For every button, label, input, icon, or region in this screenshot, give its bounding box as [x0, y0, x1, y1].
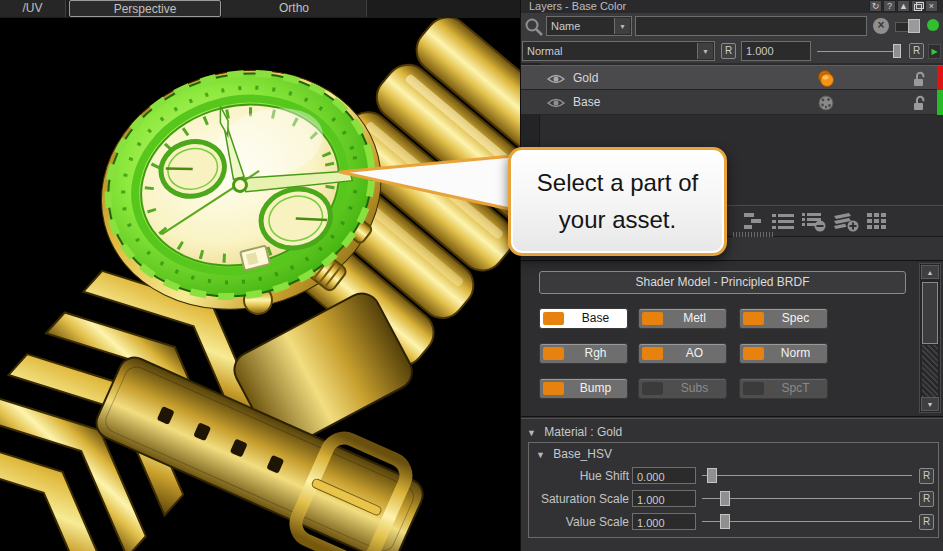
- channel-button-bump[interactable]: Bump: [539, 378, 628, 399]
- channel-button-subs[interactable]: Subs: [638, 378, 727, 399]
- layer-name: Gold: [573, 71, 598, 85]
- tooltip-text-line1: Select a part of: [511, 164, 724, 201]
- restore-icon[interactable]: [911, 0, 924, 12]
- tooltip-pointer: [338, 152, 518, 214]
- hue-shift-field[interactable]: 0.000: [632, 467, 696, 484]
- sync-icon[interactable]: ↻: [869, 0, 882, 12]
- layer-row-gold[interactable]: Gold: [521, 65, 943, 90]
- opacity-slider-handle[interactable]: [893, 44, 901, 58]
- scrollbar-track[interactable]: [922, 345, 938, 397]
- chevron-down-icon[interactable]: ▼: [697, 43, 713, 59]
- search-input[interactable]: [635, 16, 867, 36]
- base-hsv-group: ▼ Base_HSV Hue Shift 0.000 R Saturation …: [528, 442, 939, 538]
- scroll-up-icon[interactable]: ▲: [921, 265, 939, 279]
- visibility-eye-icon[interactable]: [547, 97, 565, 109]
- channel-swatch: [543, 382, 564, 395]
- layer-color-tag[interactable]: [937, 66, 943, 91]
- tab-uv[interactable]: /UV: [0, 0, 66, 17]
- channel-button-base[interactable]: Base: [539, 308, 628, 329]
- layer-name: Base: [573, 95, 600, 109]
- collapse-triangle-icon[interactable]: ▼: [527, 428, 536, 438]
- channel-swatch: [642, 347, 663, 360]
- saturation-scale-slider-handle[interactable]: [720, 491, 730, 506]
- channel-swatch: [642, 312, 663, 325]
- value-scale-slider-handle[interactable]: [720, 514, 730, 529]
- palette-icon: [816, 93, 836, 113]
- play-icon[interactable]: ▶: [928, 44, 941, 59]
- tab-perspective[interactable]: Perspective: [69, 0, 221, 17]
- viewport-3d[interactable]: [0, 18, 520, 551]
- scrollbar-thumb[interactable]: [922, 282, 938, 344]
- layer-color-tag[interactable]: [937, 90, 943, 115]
- opacity-value-field[interactable]: 1.000: [741, 41, 811, 61]
- saturation-scale-reset-button[interactable]: R: [919, 491, 934, 507]
- channel-button-norm[interactable]: Norm: [739, 343, 828, 364]
- param-label: Saturation Scale: [529, 492, 629, 506]
- scroll-down-icon[interactable]: ▼: [921, 397, 939, 411]
- channel-swatch: [743, 312, 764, 325]
- tab-ortho[interactable]: Ortho: [222, 0, 367, 17]
- application-window: /UV Perspective Ortho: [0, 0, 943, 551]
- param-label: Value Scale: [529, 515, 629, 529]
- channel-swatch: [642, 382, 663, 395]
- layers-panel: Layers - Base Color ↻ ? ▲ × Name ▼ ×: [520, 0, 943, 551]
- collapse-triangle-icon[interactable]: ▼: [536, 450, 545, 460]
- tooltip-callout: Select a part of your asset.: [508, 147, 727, 256]
- channel-button-spec[interactable]: Spec: [739, 308, 828, 329]
- toggle-knob[interactable]: [908, 19, 920, 33]
- search-icon: [524, 17, 544, 37]
- material-sphere-icon: [816, 69, 836, 89]
- scrub-ticks: [733, 232, 773, 237]
- search-filter-select[interactable]: Name ▼: [546, 16, 632, 36]
- tooltip-text-line2: your asset.: [511, 201, 724, 238]
- saturation-scale-slider[interactable]: [702, 498, 912, 499]
- shader-model-header[interactable]: Shader Model - Principled BRDF: [539, 271, 906, 294]
- value-scale-field[interactable]: 1.000: [632, 513, 696, 530]
- shader-section: Shader Model - Principled BRDF Base Metl…: [521, 260, 943, 417]
- hue-shift-slider[interactable]: [702, 475, 912, 476]
- opacity-slider[interactable]: [817, 51, 901, 52]
- hue-shift-slider-handle[interactable]: [707, 468, 717, 483]
- remove-layer-icon[interactable]: [802, 212, 828, 232]
- list-icon[interactable]: [772, 212, 796, 230]
- param-label: Hue Shift: [529, 469, 629, 483]
- panel-title: Layers - Base Color: [529, 0, 626, 12]
- filter-toggle[interactable]: [895, 22, 919, 32]
- add-layer-icon[interactable]: [833, 212, 861, 232]
- value-scale-reset-button[interactable]: R: [919, 514, 934, 530]
- chevron-down-icon[interactable]: ▼: [614, 18, 630, 34]
- saturation-scale-row: Saturation Scale 1.000 R: [529, 490, 938, 507]
- channel-swatch: [743, 382, 764, 395]
- channel-button-ao[interactable]: AO: [638, 343, 727, 364]
- value-scale-row: Value Scale 1.000 R: [529, 513, 938, 530]
- hue-shift-row: Hue Shift 0.000 R: [529, 467, 938, 484]
- channel-swatch: [543, 312, 564, 325]
- channel-button-spct[interactable]: SpcT: [739, 378, 828, 399]
- watch-3d-model[interactable]: [0, 18, 520, 551]
- material-section: ▼ Material : Gold ▼ Base_HSV Hue Shift 0…: [521, 418, 943, 551]
- grid-view-icon[interactable]: [867, 212, 887, 230]
- material-header[interactable]: ▼ Material : Gold: [527, 425, 622, 439]
- channel-button-rgh[interactable]: Rgh: [539, 343, 628, 364]
- base-hsv-header[interactable]: ▼ Base_HSV: [536, 447, 612, 461]
- opacity-reset-button[interactable]: R: [909, 43, 924, 59]
- unlock-icon[interactable]: [911, 71, 929, 87]
- help-icon[interactable]: ?: [883, 0, 896, 12]
- collapse-icon[interactable]: ▲: [897, 0, 910, 12]
- layer-row-base[interactable]: Base: [521, 90, 943, 115]
- close-icon[interactable]: ×: [925, 0, 938, 12]
- visibility-eye-icon[interactable]: [547, 73, 565, 85]
- blend-mode-select[interactable]: Normal ▼: [522, 41, 715, 61]
- blend-row: Normal ▼ R 1.000 R ▶: [521, 40, 943, 64]
- hue-shift-reset-button[interactable]: R: [919, 468, 934, 484]
- value-scale-slider[interactable]: [702, 521, 912, 522]
- hierarchy-icon[interactable]: [742, 212, 764, 230]
- panel-title-bar[interactable]: Layers - Base Color ↻ ? ▲ ×: [521, 0, 943, 13]
- channel-button-metl[interactable]: Metl: [638, 308, 727, 329]
- shader-scrollbar[interactable]: ▲ ▼: [919, 263, 941, 413]
- unlock-icon[interactable]: [911, 95, 929, 111]
- saturation-scale-field[interactable]: 1.000: [632, 490, 696, 507]
- blend-reset-button[interactable]: R: [721, 43, 736, 59]
- status-dot: [927, 19, 939, 31]
- clear-search-icon[interactable]: ×: [873, 18, 889, 34]
